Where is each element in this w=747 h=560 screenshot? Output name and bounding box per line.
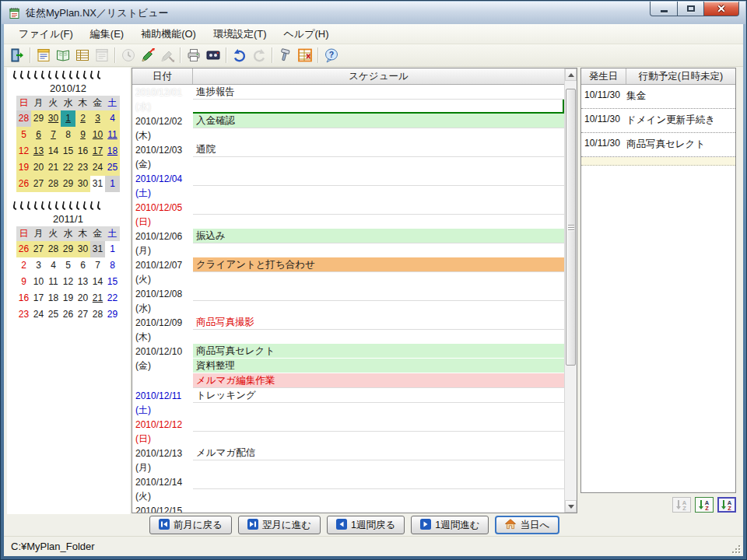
- calendar-day[interactable]: 31: [90, 176, 105, 192]
- calendar-day[interactable]: 5: [16, 127, 31, 143]
- tools-icon[interactable]: [275, 46, 295, 65]
- new-entry-icon[interactable]: [138, 46, 157, 65]
- scroll-down-button[interactable]: [565, 500, 577, 513]
- schedule-entry[interactable]: [193, 503, 564, 513]
- calendar-day[interactable]: 8: [61, 127, 75, 143]
- calendar-day[interactable]: 17: [90, 143, 105, 159]
- today-home-button[interactable]: 当日へ: [495, 516, 559, 534]
- schedule-day-row[interactable]: 2010/12/15 (水): [132, 503, 564, 513]
- undo-icon[interactable]: [230, 46, 249, 65]
- schedule-entry[interactable]: 商品写真撮影: [193, 315, 564, 330]
- schedule-day-row[interactable]: 2010/12/13 (月)メルマガ配信: [132, 446, 564, 474]
- calendar-day[interactable]: 21: [90, 290, 105, 306]
- calendar-day[interactable]: 10: [31, 274, 46, 290]
- calendar-day[interactable]: 29: [61, 241, 75, 257]
- schedule-day-row[interactable]: 2010/12/14 (火): [132, 474, 564, 503]
- calendar-day[interactable]: 5: [61, 257, 75, 274]
- calendar-day[interactable]: 14: [46, 143, 61, 159]
- calendar-day[interactable]: 1: [61, 110, 75, 127]
- schedule-day-row[interactable]: 2010/12/03 (金)通院: [132, 142, 564, 171]
- menu-item[interactable]: 環境設定(T): [205, 25, 275, 44]
- maximize-button[interactable]: [678, 2, 703, 16]
- calendar-day[interactable]: 11: [105, 127, 120, 143]
- calendar-day[interactable]: 29: [31, 110, 46, 127]
- todo-item[interactable]: 10/11/30ドメイン更新手続き: [581, 109, 735, 133]
- schedule-entry[interactable]: [193, 200, 564, 215]
- calendar-day[interactable]: 13: [31, 143, 46, 159]
- calendar-day[interactable]: 18: [46, 290, 61, 306]
- schedule-entry[interactable]: 振込み: [193, 229, 564, 243]
- calendar-day[interactable]: 28: [46, 176, 61, 192]
- calendar-day[interactable]: 24: [31, 306, 46, 323]
- calendar-day[interactable]: 13: [75, 274, 90, 290]
- schedule-entry[interactable]: [193, 171, 564, 186]
- next-month-button[interactable]: 翌月に進む: [238, 516, 321, 534]
- calendar-day[interactable]: 16: [75, 143, 90, 159]
- backup-icon[interactable]: [203, 46, 223, 65]
- calendar-day[interactable]: 21: [46, 159, 61, 176]
- schedule-day-row[interactable]: 2010/12/08 (水): [132, 286, 564, 315]
- calendar-day[interactable]: 14: [90, 274, 105, 290]
- day-view-icon[interactable]: [33, 46, 53, 65]
- calendar-day[interactable]: 26: [16, 176, 31, 192]
- calendar-day[interactable]: 26: [16, 241, 31, 257]
- schedule-day-row[interactable]: 2010/12/02 (木)入金確認: [132, 114, 564, 142]
- calendar-day[interactable]: 7: [46, 127, 61, 143]
- schedule-entry[interactable]: クライアントと打ち合わせ: [193, 257, 564, 272]
- todo-item[interactable]: 10/11/30集金: [581, 85, 735, 109]
- calendar-day[interactable]: 27: [75, 306, 90, 323]
- calendar-day[interactable]: 11: [46, 274, 61, 290]
- calendar-day[interactable]: 28: [16, 110, 31, 127]
- calendar-day[interactable]: 30: [75, 176, 90, 192]
- book-view-icon[interactable]: [53, 46, 72, 65]
- calendar-day[interactable]: 3: [90, 110, 105, 127]
- schedule-entry[interactable]: 進捗報告: [193, 85, 564, 100]
- calendar-day[interactable]: 12: [61, 274, 75, 290]
- calendar-day[interactable]: 27: [31, 176, 46, 192]
- calendar-day[interactable]: 18: [105, 143, 120, 159]
- calendar-day[interactable]: 24: [90, 159, 105, 176]
- schedule-entry[interactable]: 通院: [193, 142, 564, 157]
- calendar-day[interactable]: 20: [31, 159, 46, 176]
- calendar-day[interactable]: 19: [16, 159, 31, 176]
- prev-week-button[interactable]: 1週間戻る: [327, 516, 405, 534]
- schedule-entry[interactable]: 入金確認: [193, 114, 564, 128]
- schedule-entry[interactable]: メルマガ配信: [193, 446, 564, 460]
- calendar-day[interactable]: 9: [75, 127, 90, 143]
- schedule-entry[interactable]: トレッキング: [193, 388, 564, 403]
- calendar-day[interactable]: 31: [90, 241, 105, 257]
- calendar-day[interactable]: 23: [75, 159, 90, 176]
- calendar-day[interactable]: 25: [46, 306, 61, 323]
- scroll-up-button[interactable]: [565, 68, 577, 81]
- title-bar[interactable]: 徒然MyPlan.NX／リストビュー: [2, 2, 745, 24]
- calendar-day[interactable]: 2: [75, 110, 90, 127]
- calendar-day[interactable]: 28: [90, 306, 105, 323]
- schedule-entry[interactable]: [193, 474, 564, 489]
- calendar-day[interactable]: 22: [105, 290, 120, 306]
- todo-header-title[interactable]: 行動予定(日時未定): [626, 68, 735, 84]
- todo-empty-row[interactable]: [581, 157, 735, 166]
- menu-item[interactable]: ファイル(F): [10, 25, 82, 44]
- calendar-day[interactable]: 9: [16, 274, 31, 290]
- prev-month-button[interactable]: 前月に戻る: [149, 516, 232, 534]
- calendar-day[interactable]: 16: [16, 290, 31, 306]
- menu-item[interactable]: 補助機能(O): [132, 25, 205, 44]
- resize-grip[interactable]: [731, 544, 740, 553]
- sort-az-selected-icon[interactable]: AZ: [717, 497, 736, 513]
- calendar-day[interactable]: 3: [31, 257, 46, 274]
- schedule-entry[interactable]: [193, 286, 564, 301]
- schedule-day-row[interactable]: 2010/12/11 (土)トレッキング: [132, 388, 564, 417]
- next-week-button[interactable]: 1週間進む: [411, 516, 489, 534]
- calendar-day[interactable]: 29: [105, 306, 120, 323]
- calendar-day[interactable]: 20: [75, 290, 90, 306]
- todo-item[interactable]: 10/11/30商品写真セレクト: [581, 133, 735, 157]
- calendar-day[interactable]: 1: [105, 176, 120, 192]
- calendar-day[interactable]: 15: [61, 143, 75, 159]
- calendar-day[interactable]: 26: [61, 306, 75, 323]
- calendar-day[interactable]: 27: [31, 241, 46, 257]
- calendar-day[interactable]: 6: [31, 127, 46, 143]
- calendar-day[interactable]: 28: [46, 241, 61, 257]
- help-icon[interactable]: ?: [321, 46, 341, 65]
- calendar-day[interactable]: 19: [61, 290, 75, 306]
- schedule-day-row[interactable]: 2010/12/12 (日): [132, 417, 564, 446]
